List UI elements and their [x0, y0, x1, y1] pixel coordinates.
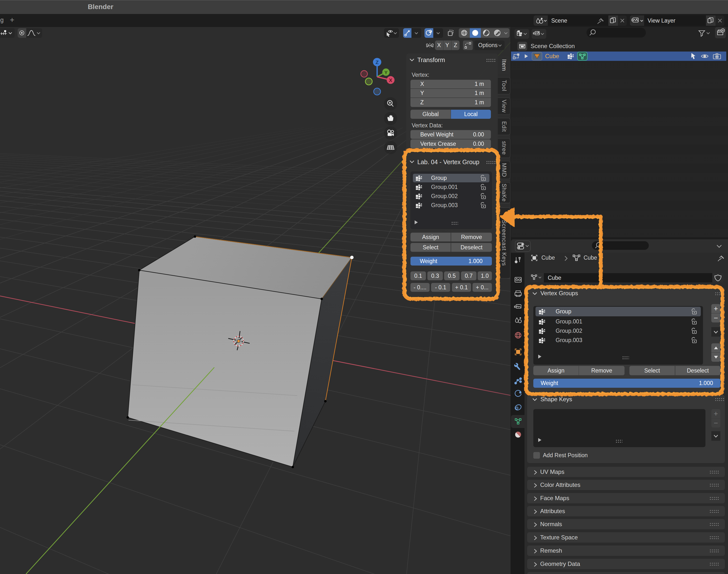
svg-text:Y: Y: [384, 70, 388, 75]
svg-text:Z: Z: [376, 59, 379, 65]
svg-text:X: X: [389, 78, 392, 83]
